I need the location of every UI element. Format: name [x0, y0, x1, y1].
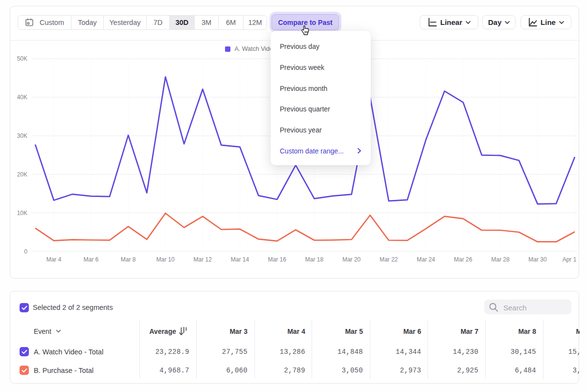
- svg-text:Mar 20: Mar 20: [342, 256, 361, 263]
- svg-text:Mar 28: Mar 28: [491, 256, 510, 263]
- svg-text:Mar 24: Mar 24: [417, 256, 435, 263]
- svg-text:Mar 14: Mar 14: [231, 256, 249, 263]
- svg-text:Mar 10: Mar 10: [157, 256, 175, 263]
- svg-text:40K: 40K: [17, 94, 27, 101]
- svg-text:20K: 20K: [17, 171, 27, 178]
- svg-text:10K: 10K: [17, 210, 27, 217]
- svg-text:Mar 26: Mar 26: [454, 256, 473, 263]
- svg-text:Mar 12: Mar 12: [194, 256, 212, 263]
- svg-text:Mar 16: Mar 16: [268, 256, 287, 263]
- svg-text:Mar 6: Mar 6: [84, 256, 99, 263]
- svg-text:50K: 50K: [17, 55, 27, 62]
- svg-text:Mar 30: Mar 30: [528, 256, 547, 263]
- svg-text:Mar 22: Mar 22: [380, 256, 398, 263]
- svg-text:Mar 4: Mar 4: [46, 256, 62, 263]
- svg-text:0: 0: [24, 248, 27, 255]
- svg-text:Mar 18: Mar 18: [305, 256, 324, 263]
- svg-text:Apr 1: Apr 1: [563, 256, 577, 263]
- svg-text:Mar 8: Mar 8: [121, 256, 136, 263]
- svg-text:30K: 30K: [17, 132, 27, 139]
